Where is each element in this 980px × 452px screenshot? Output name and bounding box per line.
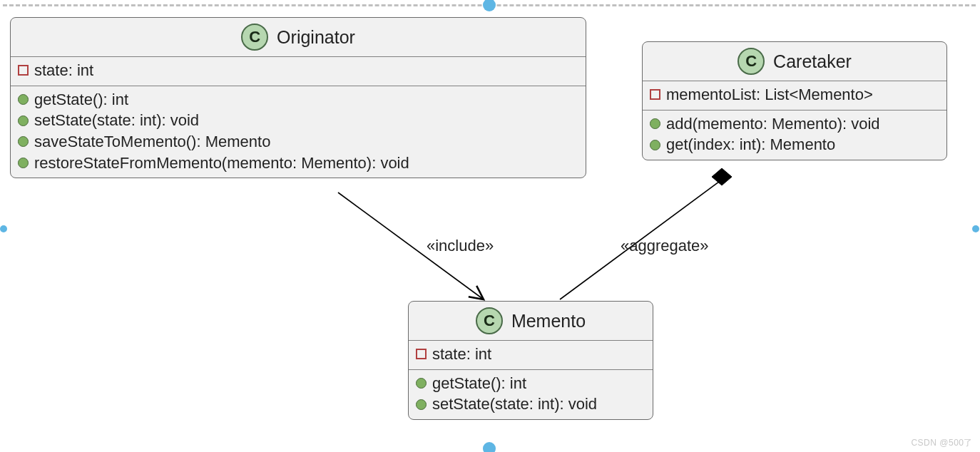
class-originator[interactable]: C Originator state: int getState(): int … (10, 17, 586, 178)
visibility-public-icon (416, 399, 427, 410)
field-row: mementoList: List<Memento> (650, 84, 939, 106)
method-text: restoreStateFromMemento(memento: Memento… (34, 153, 409, 174)
class-header: C Caretaker (643, 42, 946, 81)
class-name: Memento (511, 311, 586, 332)
class-memento[interactable]: C Memento state: int getState(): int set… (408, 301, 653, 420)
method-row: setState(state: int): void (18, 110, 578, 131)
visibility-public-icon (18, 136, 29, 147)
visibility-public-icon (18, 115, 29, 126)
method-text: add(memento: Memento): void (666, 113, 880, 135)
method-text: getState(): int (432, 373, 526, 394)
method-row: getState(): int (416, 373, 645, 394)
class-name: Originator (277, 27, 355, 48)
method-row: get(index: int): Memento (650, 134, 939, 155)
resize-handle-right[interactable] (972, 225, 979, 232)
aggregate-diamond (712, 168, 732, 185)
field-text: state: int (432, 344, 491, 365)
visibility-public-icon (18, 94, 29, 105)
class-header: C Originator (11, 18, 586, 57)
class-stereotype-icon: C (737, 48, 765, 75)
methods-section: getState(): int setState(state: int): vo… (11, 86, 586, 178)
watermark: CSDN @500了 (911, 437, 973, 449)
methods-section: add(memento: Memento): void get(index: i… (643, 110, 946, 160)
edge-label-include: «include» (427, 237, 494, 255)
class-header: C Memento (409, 302, 653, 341)
method-row: saveStateToMemento(): Memento (18, 131, 578, 153)
field-row: state: int (18, 60, 578, 81)
resize-handle-bottom[interactable] (483, 442, 496, 452)
resize-handle-top[interactable] (483, 0, 496, 11)
class-stereotype-icon: C (241, 24, 268, 51)
class-caretaker[interactable]: C Caretaker mementoList: List<Memento> a… (642, 41, 947, 160)
method-text: saveStateToMemento(): Memento (34, 131, 270, 153)
method-row: getState(): int (18, 89, 578, 111)
field-row: state: int (416, 344, 645, 365)
methods-section: getState(): int setState(state: int): vo… (409, 369, 653, 419)
field-text: mementoList: List<Memento> (666, 84, 873, 106)
visibility-private-icon (650, 89, 660, 100)
fields-section: state: int (11, 57, 586, 86)
visibility-public-icon (650, 118, 660, 129)
method-text: getState(): int (34, 89, 128, 111)
visibility-public-icon (18, 158, 29, 168)
visibility-private-icon (416, 349, 427, 359)
class-stereotype-icon: C (476, 307, 503, 334)
fields-section: state: int (409, 341, 653, 369)
visibility-private-icon (18, 65, 29, 76)
edge-label-aggregate: «aggregate» (621, 237, 709, 255)
method-text: setState(state: int): void (432, 394, 597, 415)
resize-handle-left[interactable] (0, 225, 7, 232)
method-row: setState(state: int): void (416, 394, 645, 415)
class-name: Caretaker (773, 51, 852, 72)
method-row: add(memento: Memento): void (650, 113, 939, 135)
fields-section: mementoList: List<Memento> (643, 81, 946, 110)
visibility-public-icon (650, 140, 660, 150)
method-text: get(index: int): Memento (666, 134, 835, 155)
field-text: state: int (34, 60, 93, 81)
method-row: restoreStateFromMemento(memento: Memento… (18, 153, 578, 174)
visibility-public-icon (416, 378, 427, 389)
method-text: setState(state: int): void (34, 110, 199, 131)
